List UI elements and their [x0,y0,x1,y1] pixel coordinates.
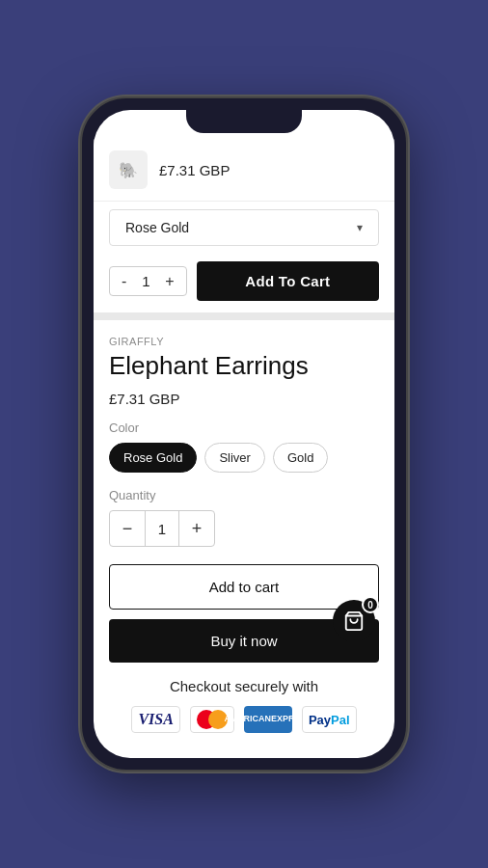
plus-button[interactable]: + [179,511,214,546]
checkout-section: Checkout securely with VISA AMERICAN EXP… [94,678,394,758]
add-to-cart-top-button[interactable]: Add To Cart [197,261,379,301]
cart-badge-wrapper[interactable]: 0 [333,600,375,642]
minus-button[interactable]: − [110,511,145,546]
payment-logos-row: VISA AMERICAN EXPRESS PayPal [109,706,379,733]
cart-count-badge: 0 [362,596,379,613]
dropdown-selected-color: Rose Gold [125,220,189,235]
phone-screen: 🐘 £7.31 GBP Rose Gold ▾ - 1 + Add To Car… [94,110,394,758]
quantity-display: 1 [145,511,179,546]
inline-action-row: - 1 + Add To Cart [94,254,394,312]
brand-label: GIRAFFLY [109,336,379,347]
visa-logo: VISA [131,706,179,733]
color-options-row: Rose Gold Sliver Gold [109,443,379,473]
inline-minus-button[interactable]: - [122,274,126,289]
product-price: £7.31 GBP [109,391,379,407]
cart-badge-circle: 0 [333,600,375,642]
amex-text-line1: AMERICAN [224,715,271,724]
color-dropdown[interactable]: Rose Gold ▾ [109,209,379,246]
paypal-pal: Pal [331,713,350,727]
quantity-section-label: Quantity [109,488,379,502]
product-title: Elephant Earrings [109,351,379,381]
inline-quantity-value: 1 [138,273,153,289]
phone-frame: 🐘 £7.31 GBP Rose Gold ▾ - 1 + Add To Car… [80,96,408,772]
color-chip-gold[interactable]: Gold [273,443,328,473]
sticky-header-bar: 🐘 £7.31 GBP [94,139,394,202]
product-thumbnail: 🐘 [109,150,148,189]
quantity-control: − 1 + [109,510,215,547]
screen-content: 🐘 £7.31 GBP Rose Gold ▾ - 1 + Add To Car… [94,110,394,758]
checkout-title: Checkout securely with [109,678,379,694]
color-section-label: Color [109,420,379,435]
cart-icon [343,610,365,632]
header-price: £7.31 GBP [159,162,230,178]
inline-quantity-control: - 1 + [109,266,187,296]
amex-logo: AMERICAN EXPRESS [244,706,292,733]
section-divider [94,312,394,320]
phone-notch [186,110,302,133]
color-chip-rose-gold[interactable]: Rose Gold [109,443,197,473]
dropdown-arrow-icon: ▾ [357,221,363,234]
paypal-logo: PayPal [302,706,357,733]
color-chip-sliver[interactable]: Sliver [204,443,265,473]
inline-plus-button[interactable]: + [165,274,174,289]
